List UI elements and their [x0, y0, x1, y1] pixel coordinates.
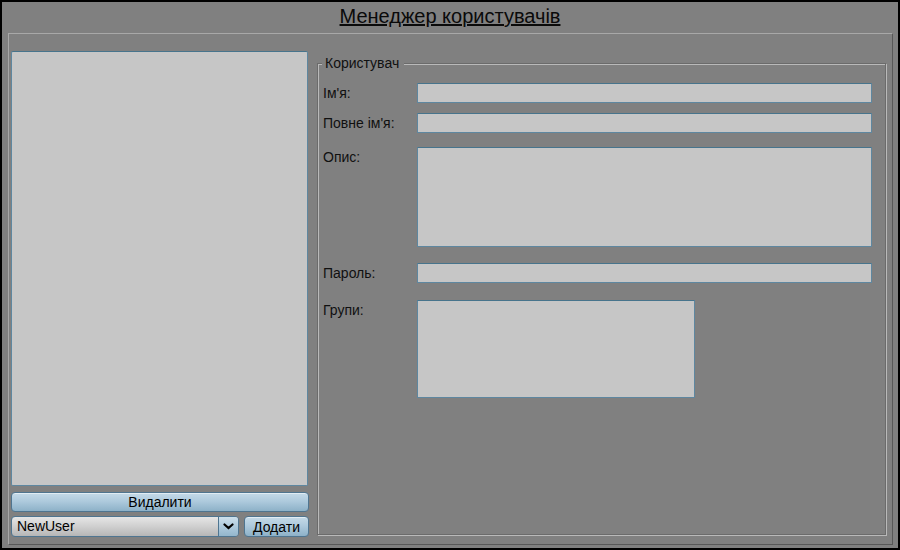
- password-input[interactable]: [417, 263, 872, 283]
- password-label: Пароль:: [323, 263, 375, 283]
- combobox-value: NewUser: [12, 517, 218, 536]
- chevron-down-icon: [223, 523, 234, 530]
- delete-button[interactable]: Видалити: [11, 492, 309, 512]
- full-name-label: Повне ім'я:: [323, 113, 395, 133]
- fieldset-legend: Користувач: [322, 55, 404, 72]
- groups-label: Групи:: [323, 300, 364, 320]
- description-label: Опис:: [323, 147, 360, 167]
- name-label: Ім'я:: [323, 83, 351, 103]
- groups-list[interactable]: [417, 300, 695, 398]
- user-manager-window: Менеджер користувачів Видалити NewUser Д…: [0, 0, 900, 550]
- user-fieldset: Користувач Ім'я: Повне ім'я: Опис: Парол…: [317, 63, 886, 535]
- user-list[interactable]: [11, 51, 308, 486]
- combobox-dropdown-button[interactable]: [218, 517, 238, 536]
- main-panel: Видалити NewUser Додати Користувач Ім'я:…: [8, 33, 893, 545]
- description-textarea[interactable]: [417, 147, 872, 247]
- window-title: Менеджер користувачів: [2, 5, 898, 28]
- full-name-input[interactable]: [417, 113, 872, 133]
- new-user-combobox[interactable]: NewUser: [11, 516, 239, 537]
- name-input[interactable]: [417, 83, 872, 103]
- add-button[interactable]: Додати: [244, 516, 309, 537]
